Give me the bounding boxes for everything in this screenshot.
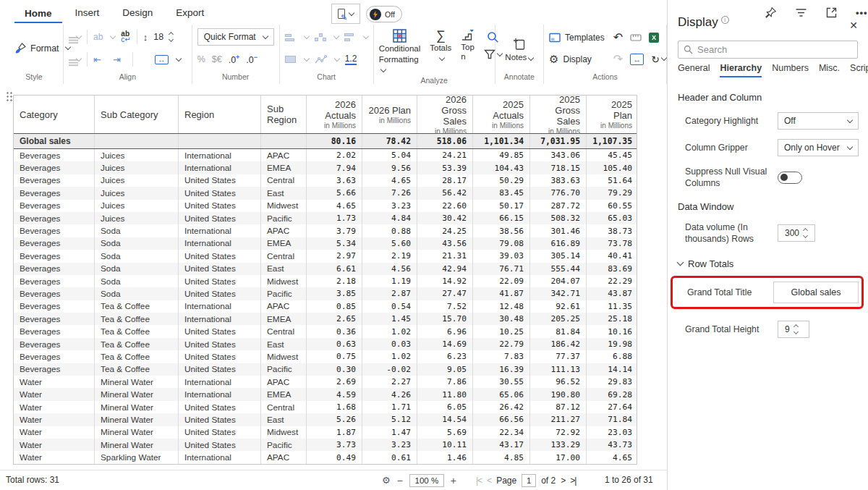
ribbon-tab-export[interactable]: Export: [166, 3, 214, 23]
table-row[interactable]: BeveragesSodaUnited StatesEast6.614.5642…: [14, 263, 637, 275]
cell-value[interactable]: 204.07: [530, 275, 587, 287]
table-row[interactable]: WaterMineral WaterUnited StatesEast5.265…: [14, 413, 637, 426]
data-labels-button[interactable]: 1.2: [345, 54, 357, 65]
cell-value[interactable]: 1.47: [362, 426, 417, 439]
ribbon-tab-insert[interactable]: Insert: [65, 3, 110, 23]
cell-value[interactable]: 24.21: [417, 149, 473, 161]
cell-value[interactable]: 66.56: [473, 413, 530, 426]
cell-dimension[interactable]: Soda: [95, 275, 179, 287]
column-header-2025-gross-sales[interactable]: 2025 Gross Salesin Millions: [530, 96, 587, 133]
cell-dimension[interactable]: Beverages: [14, 174, 95, 187]
cell-value[interactable]: 43.87: [587, 287, 638, 300]
cell-dimension[interactable]: EMEA: [261, 237, 307, 250]
column-gripper-dropdown[interactable]: Only on Hover: [778, 139, 859, 156]
cell-value[interactable]: 51.64: [587, 174, 638, 187]
cell-dimension[interactable]: Beverages: [14, 287, 95, 300]
cell-value[interactable]: 66.15: [473, 212, 530, 224]
cell-dimension[interactable]: Beverages: [14, 338, 95, 350]
cell-value[interactable]: 72.92: [530, 426, 587, 439]
cell-value[interactable]: 49.85: [473, 149, 530, 161]
cell-value[interactable]: 7.86: [417, 376, 473, 388]
cell-value[interactable]: 1.46: [417, 451, 473, 463]
settings-gear-icon[interactable]: ⚙: [382, 475, 391, 486]
cell-value[interactable]: 14.54: [417, 413, 473, 426]
cell-value[interactable]: 7.52: [417, 300, 473, 313]
edit-mode-button[interactable]: ✎: [331, 4, 360, 24]
expand-icon[interactable]: [825, 7, 838, 19]
table-row[interactable]: BeveragesTea & CoffeeUnited StatesPacifi…: [14, 363, 637, 376]
cell-value[interactable]: 25.18: [587, 313, 638, 325]
cell-value[interactable]: 38.56: [473, 224, 530, 237]
cell-value[interactable]: 1.68: [307, 401, 362, 413]
cell-value[interactable]: 4.65: [587, 451, 638, 463]
cell-dimension[interactable]: Water: [14, 376, 95, 388]
cell-value[interactable]: 3.23: [362, 439, 417, 451]
cell-value[interactable]: 2.18: [307, 275, 362, 287]
column-header-2025-actuals[interactable]: 2025 Actualsin Millions: [473, 96, 530, 133]
cell-value[interactable]: 0.54: [362, 300, 417, 313]
cell-value[interactable]: 133.29: [530, 439, 587, 451]
cell-dimension[interactable]: Beverages: [14, 275, 95, 287]
drag-handle-icon[interactable]: [6, 91, 13, 101]
cell-value[interactable]: 27.47: [417, 287, 473, 300]
increase-indent-button[interactable]: ⇥: [113, 54, 121, 65]
cell-value[interactable]: 5.12: [362, 413, 417, 426]
cell-value[interactable]: 22.29: [587, 275, 638, 287]
cell-value[interactable]: 81.84: [530, 325, 587, 337]
conditional-formatting-button[interactable]: Conditional Formatting: [379, 29, 421, 74]
more-options-icon[interactable]: •••: [856, 7, 868, 18]
cell-dimension[interactable]: United States: [179, 401, 261, 413]
cell-dimension[interactable]: Beverages: [14, 250, 95, 262]
cell-dimension[interactable]: International: [179, 388, 261, 400]
cell-value[interactable]: 186.42: [530, 338, 587, 350]
cell-value[interactable]: 4.65: [307, 200, 362, 212]
cell-value[interactable]: 22.34: [473, 426, 530, 439]
grand-total-value-cell[interactable]: 78.42: [362, 134, 417, 148]
cell-value[interactable]: 555.44: [530, 263, 587, 275]
cell-dimension[interactable]: Beverages: [14, 325, 95, 337]
cell-dimension[interactable]: Tea & Coffee: [95, 338, 179, 350]
cell-value[interactable]: 24.25: [417, 224, 473, 237]
cell-dimension[interactable]: Beverages: [14, 200, 95, 212]
pin-icon[interactable]: [765, 7, 777, 19]
cell-value[interactable]: 42.94: [417, 263, 473, 275]
cell-value[interactable]: 3.73: [307, 439, 362, 451]
cell-value[interactable]: 79.29: [587, 187, 638, 199]
cell-value[interactable]: 23.03: [587, 426, 638, 439]
cell-value[interactable]: 43.56: [417, 237, 473, 250]
previous-page-button[interactable]: <: [487, 476, 491, 486]
cell-value[interactable]: 1.73: [307, 212, 362, 224]
close-icon[interactable]: ✕: [849, 20, 858, 31]
cell-value[interactable]: 17.00: [530, 451, 587, 463]
cell-value[interactable]: 6.05: [417, 401, 473, 413]
column-width-button[interactable]: ↔: [155, 55, 169, 64]
cell-dimension[interactable]: Water: [14, 439, 95, 451]
table-row[interactable]: BeveragesSodaUnited StatesMidwest2.181.1…: [14, 275, 637, 287]
ribbon-tab-design[interactable]: Design: [112, 3, 163, 23]
cell-dimension[interactable]: Water: [14, 451, 95, 463]
cell-dimension[interactable]: Beverages: [14, 187, 95, 199]
table-row[interactable]: BeveragesTea & CoffeeUnited StatesCentra…: [14, 325, 637, 337]
cell-value[interactable]: 301.46: [530, 224, 587, 237]
table-row[interactable]: BeveragesJuicesUnited StatesEast5.667.26…: [14, 187, 637, 199]
cell-dimension[interactable]: Tea & Coffee: [95, 325, 179, 337]
grand-total-row[interactable]: Global sales80.1678.42518.061,101.347,03…: [14, 134, 637, 149]
cell-value[interactable]: 4.84: [362, 212, 417, 224]
cell-value[interactable]: 16.39: [473, 363, 530, 376]
cell-dimension[interactable]: Beverages: [14, 224, 95, 237]
cell-value[interactable]: 65.06: [473, 388, 530, 400]
cell-value[interactable]: 0.63: [307, 338, 362, 350]
cell-dimension[interactable]: Midwest: [261, 200, 307, 212]
cell-value[interactable]: 21.31: [417, 250, 473, 262]
column-header-2025-plan[interactable]: 2025 Planin Millions: [587, 96, 638, 133]
cell-dimension[interactable]: Mineral Water: [95, 439, 179, 451]
cell-dimension[interactable]: United States: [179, 413, 261, 426]
excel-export-button[interactable]: X: [649, 33, 659, 43]
cell-value[interactable]: 56.42: [417, 187, 473, 199]
cell-dimension[interactable]: International: [179, 451, 261, 463]
cell-dimension[interactable]: Soda: [95, 287, 179, 300]
cell-dimension[interactable]: United States: [179, 263, 261, 275]
cell-value[interactable]: 4.85: [473, 451, 530, 463]
grand-total-value-cell[interactable]: 518.06: [417, 134, 473, 148]
cell-value[interactable]: 5.34: [307, 237, 362, 250]
